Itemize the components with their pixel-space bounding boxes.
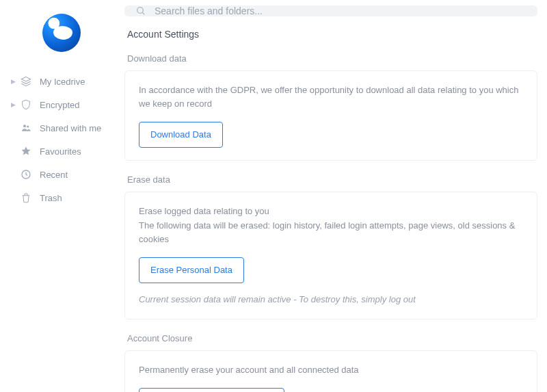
sidebar-item-encrypted[interactable]: ▶ Encrypted xyxy=(0,93,123,116)
erase-data-desc1: Erase logged data relating to you xyxy=(139,205,523,218)
erase-data-card: Erase logged data relating to you The fo… xyxy=(124,192,537,319)
clock-icon xyxy=(19,169,33,180)
download-data-button[interactable]: Download Data xyxy=(139,122,223,148)
stack-icon xyxy=(19,76,33,87)
erase-data-note: Current session data will remain active … xyxy=(139,293,523,306)
sidebar-item-label: Encrypted xyxy=(40,100,80,110)
sidebar-item-label: Recent xyxy=(40,170,68,180)
erase-data-button[interactable]: Erase Personal Data xyxy=(139,257,244,283)
sidebar-item-label: Shared with me xyxy=(40,123,101,133)
sidebar-item-my-icedrive[interactable]: ▶ My Icedrive xyxy=(0,70,123,93)
svg-line-4 xyxy=(142,12,144,14)
delete-account-button[interactable]: Delete Account, Files and Data xyxy=(139,388,284,392)
logo-container xyxy=(0,8,123,64)
sidebar-item-label: Trash xyxy=(40,193,62,203)
download-data-card: In accordance with the GDPR, we offer th… xyxy=(124,70,537,161)
svg-point-3 xyxy=(137,8,144,14)
sidebar-item-label: Favourites xyxy=(40,146,81,157)
main-content: Search files and folders... Account Sett… xyxy=(123,0,547,392)
star-icon xyxy=(19,146,33,157)
sidebar: ▶ My Icedrive ▶ Encrypted Shared with me xyxy=(0,0,123,392)
nav-list: ▶ My Icedrive ▶ Encrypted Shared with me xyxy=(0,64,123,209)
account-closure-card: Permanently erase your account and all c… xyxy=(124,350,537,392)
section-heading-erase: Erase data xyxy=(123,174,539,192)
app-logo xyxy=(42,14,81,52)
section-heading-download: Download data xyxy=(123,53,539,70)
svg-point-0 xyxy=(23,125,26,127)
shield-icon xyxy=(19,99,33,110)
sidebar-item-recent[interactable]: Recent xyxy=(0,163,123,186)
search-icon xyxy=(135,5,146,16)
page-title: Account Settings xyxy=(123,29,539,53)
sidebar-item-label: My Icedrive xyxy=(40,77,85,87)
search-placeholder: Search files and folders... xyxy=(155,5,263,16)
people-icon xyxy=(19,122,33,133)
sidebar-item-trash[interactable]: Trash xyxy=(0,186,123,209)
search-input[interactable]: Search files and folders... xyxy=(124,5,537,16)
chevron-right-icon: ▶ xyxy=(10,78,16,85)
trash-icon xyxy=(19,192,33,203)
download-data-desc: In accordance with the GDPR, we offer th… xyxy=(139,83,523,111)
section-heading-closure: Account Closure xyxy=(123,333,539,350)
svg-point-1 xyxy=(27,125,29,127)
sidebar-item-shared[interactable]: Shared with me xyxy=(0,116,123,140)
account-closure-desc: Permanently erase your account and all c… xyxy=(139,363,523,377)
sidebar-item-favourites[interactable]: Favourites xyxy=(0,140,123,163)
erase-data-desc2: The following data will be erased: login… xyxy=(139,219,523,246)
chevron-right-icon: ▶ xyxy=(10,101,16,108)
